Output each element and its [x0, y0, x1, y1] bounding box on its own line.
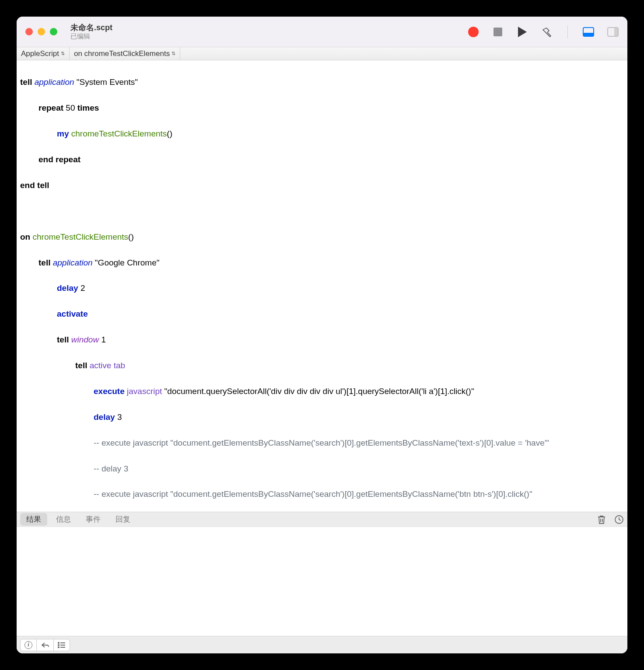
tab-messages[interactable]: 信息 [50, 513, 77, 526]
zoom-button[interactable] [50, 28, 57, 35]
traffic-lights [25, 28, 57, 35]
svg-point-1 [58, 642, 59, 643]
chevron-updown-icon: ⇅ [61, 51, 65, 56]
svg-point-2 [58, 644, 59, 645]
language-selector[interactable]: AppleScript ⇅ [17, 47, 70, 60]
run-button[interactable] [517, 26, 528, 38]
navigation-bar: AppleScript ⇅ on chromeTestClickElements… [17, 47, 627, 60]
tab-result[interactable]: 结果 [20, 513, 47, 526]
handler-selector[interactable]: on chromeTestClickElements ⇅ [70, 47, 180, 60]
window-subtitle: 已编辑 [70, 32, 112, 41]
chevron-updown-icon: ⇅ [172, 51, 175, 56]
reply-arrow-icon [41, 642, 49, 649]
handler-label: on chromeTestClickElements [74, 49, 170, 58]
result-tabs: 结果 信息 事件 回复 [17, 512, 627, 527]
clock-icon[interactable] [614, 515, 624, 524]
minimize-button[interactable] [38, 28, 45, 35]
svg-point-3 [58, 646, 59, 647]
tab-replies[interactable]: 回复 [109, 513, 136, 526]
title-group: 未命名.scpt 已编辑 [70, 23, 112, 41]
list-button[interactable] [53, 639, 70, 651]
toggle-side-panel-button[interactable] [607, 26, 619, 38]
result-area [17, 527, 627, 636]
trash-icon[interactable] [597, 514, 606, 525]
side-panel-icon [607, 27, 619, 37]
hammer-icon [541, 26, 553, 38]
toolbar [468, 25, 619, 38]
tab-events[interactable]: 事件 [80, 513, 107, 526]
description-button[interactable]: i [20, 639, 37, 651]
bottom-panel-icon [583, 27, 594, 37]
play-icon [518, 27, 527, 37]
language-label: AppleScript [21, 49, 59, 58]
toolbar-separator [567, 25, 568, 38]
record-icon [468, 27, 479, 37]
list-icon [58, 642, 66, 648]
back-button[interactable] [37, 639, 53, 651]
titlebar: 未命名.scpt 已编辑 [17, 17, 627, 47]
code-editor[interactable]: tell application "System Events" repeat … [17, 60, 627, 512]
stop-button[interactable] [492, 26, 504, 38]
record-button[interactable] [468, 26, 479, 38]
window-title: 未命名.scpt [70, 23, 112, 33]
compile-button[interactable] [541, 26, 553, 38]
toggle-bottom-panel-button[interactable] [583, 26, 594, 38]
info-icon: i [24, 641, 32, 649]
script-editor-window: 未命名.scpt 已编辑 AppleScript ⇅ on chromeTest… [17, 17, 627, 653]
close-button[interactable] [25, 28, 33, 35]
stop-icon [494, 28, 502, 36]
bottom-bar: i [17, 636, 627, 653]
